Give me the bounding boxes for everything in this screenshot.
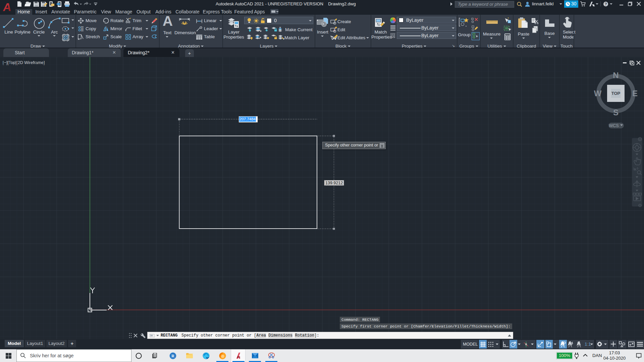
- svg-text:N: N: [613, 71, 619, 80]
- svg-text:TOP: TOP: [611, 91, 621, 96]
- svg-text:WCS: WCS: [609, 123, 619, 128]
- svg-text:W: W: [594, 89, 602, 98]
- svg-text:A: A: [2, 2, 12, 12]
- svg-text:R: R: [171, 354, 175, 358]
- svg-text:E: E: [632, 89, 638, 98]
- svg-text:?: ?: [605, 2, 607, 6]
- svg-text:S: S: [613, 108, 619, 117]
